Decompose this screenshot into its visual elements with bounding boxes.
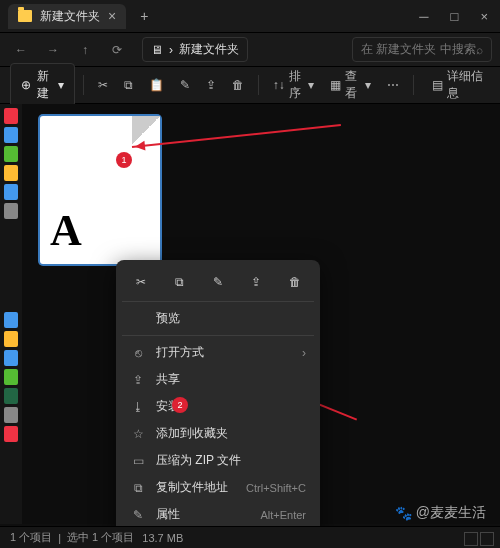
menu-item-install[interactable]: ⭳安装 2 — [122, 393, 314, 420]
context-quick-actions: ✂ ⧉ ✎ ⇪ 🗑 — [122, 266, 314, 298]
tab-active[interactable]: 新建文件夹 × — [8, 4, 126, 29]
status-selected: 选中 1 个项目 — [67, 530, 134, 545]
ctx-delete-icon[interactable]: 🗑 — [281, 270, 309, 294]
ctx-rename-icon[interactable]: ✎ — [204, 270, 232, 294]
menu-item-preview[interactable]: 预览 — [122, 305, 314, 332]
details-button[interactable]: ▤详细信息 — [426, 64, 490, 106]
status-bar: 1 个项目 | 选中 1 个项目 13.7 MB — [0, 526, 500, 548]
rename-button[interactable]: ✎ — [174, 74, 196, 96]
ctx-copy-icon[interactable]: ⧉ — [166, 270, 194, 294]
menu-item-openwith[interactable]: ⎋打开方式› — [122, 339, 314, 366]
sort-button[interactable]: ↑↓排序▾ — [267, 64, 320, 106]
context-menu: ✂ ⧉ ✎ ⇪ 🗑 预览 ⎋打开方式› ⇪共享 ⭳安装 2 ☆添加到收藏夹 ▭压… — [116, 260, 320, 548]
chevron-right-icon: › — [169, 43, 173, 57]
menu-item-copypath[interactable]: ⧉复制文件地址Ctrl+Shift+C — [122, 474, 314, 501]
paste-button[interactable]: 📋 — [143, 74, 170, 96]
toolbar: ⊕ 新建 ▾ ✂ ⧉ 📋 ✎ ⇪ 🗑 ↑↓排序▾ ▦查看▾ ⋯ ▤详细信息 — [0, 66, 500, 104]
menu-item-fav[interactable]: ☆添加到收藏夹 — [122, 420, 314, 447]
minimize-button[interactable]: ─ — [415, 7, 432, 26]
search-input[interactable]: 在 新建文件夹 中搜索 ⌕ — [352, 37, 492, 62]
sidebar — [0, 104, 22, 524]
new-button[interactable]: ⊕ 新建 ▾ — [10, 63, 75, 107]
view-mode-buttons[interactable] — [464, 532, 494, 546]
paw-icon: 🐾 — [395, 505, 412, 521]
refresh-button[interactable]: ⟳ — [104, 37, 130, 63]
titlebar: 新建文件夹 × + ─ □ × — [0, 0, 500, 32]
page-fold-icon — [132, 116, 160, 144]
main: A 1 ✂ ⧉ ✎ ⇪ 🗑 预览 ⎋打开方式› ⇪共享 ⭳安装 2 ☆添加到收藏… — [0, 104, 500, 524]
maximize-button[interactable]: □ — [447, 7, 463, 26]
content-area[interactable]: A 1 ✂ ⧉ ✎ ⇪ 🗑 预览 ⎋打开方式› ⇪共享 ⭳安装 2 ☆添加到收藏… — [22, 104, 500, 524]
folder-icon — [18, 10, 32, 22]
window-controls: ─ □ × — [415, 7, 492, 26]
annotation-arrow-1 — [132, 124, 341, 148]
view-button[interactable]: ▦查看▾ — [324, 64, 377, 106]
more-button[interactable]: ⋯ — [381, 74, 405, 96]
chevron-down-icon: ▾ — [58, 78, 64, 92]
breadcrumb[interactable]: 🖥 › 新建文件夹 — [142, 37, 248, 62]
menu-item-share[interactable]: ⇪共享 — [122, 366, 314, 393]
ctx-cut-icon[interactable]: ✂ — [127, 270, 155, 294]
menu-item-props[interactable]: ✎属性Alt+Enter — [122, 501, 314, 528]
annotation-badge-2: 2 — [172, 397, 188, 413]
address-bar: ← → ↑ ⟳ 🖥 › 新建文件夹 在 新建文件夹 中搜索 ⌕ — [0, 32, 500, 66]
share-button[interactable]: ⇪ — [200, 74, 222, 96]
font-file-item[interactable]: A 1 — [40, 116, 160, 264]
tab-close-icon[interactable]: × — [108, 8, 116, 24]
plus-icon: ⊕ — [21, 78, 31, 92]
font-glyph: A — [50, 205, 82, 256]
search-placeholder: 在 新建文件夹 中搜索 — [361, 41, 476, 58]
up-button[interactable]: ↑ — [72, 37, 98, 63]
menu-item-zip[interactable]: ▭压缩为 ZIP 文件 — [122, 447, 314, 474]
status-size: 13.7 MB — [142, 532, 183, 544]
forward-button[interactable]: → — [40, 37, 66, 63]
status-items: 1 个项目 — [10, 530, 52, 545]
breadcrumb-folder: 新建文件夹 — [179, 41, 239, 58]
pc-icon: 🖥 — [151, 43, 163, 57]
back-button[interactable]: ← — [8, 37, 34, 63]
tab-add-icon[interactable]: + — [140, 8, 148, 24]
copy-button[interactable]: ⧉ — [118, 74, 139, 96]
cut-button[interactable]: ✂ — [92, 74, 114, 96]
search-icon: ⌕ — [476, 43, 483, 57]
close-button[interactable]: × — [476, 7, 492, 26]
ctx-share-icon[interactable]: ⇪ — [242, 270, 270, 294]
delete-button[interactable]: 🗑 — [226, 74, 250, 96]
annotation-badge-1: 1 — [116, 152, 132, 168]
tab-title: 新建文件夹 — [40, 8, 100, 25]
watermark: 🐾 @麦麦生活 — [395, 504, 486, 522]
